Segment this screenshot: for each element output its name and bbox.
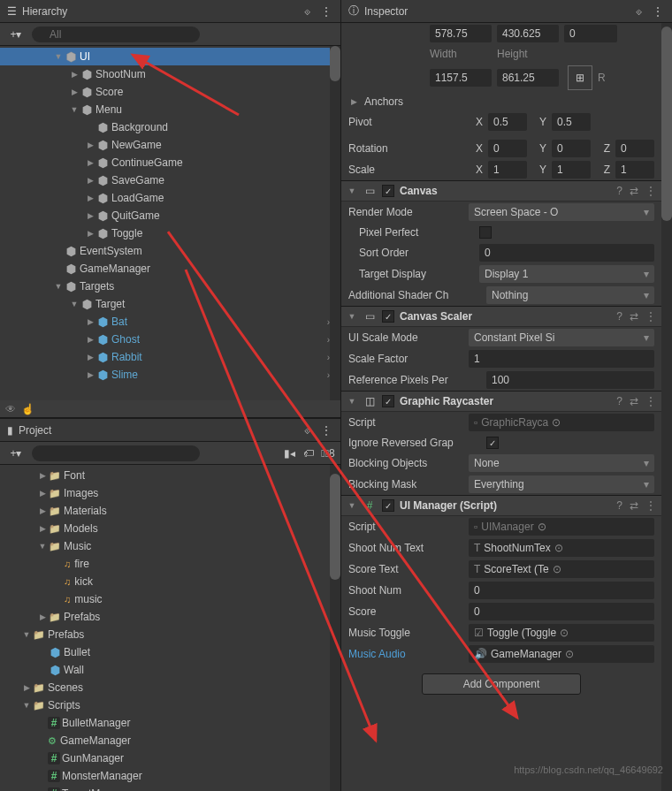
object-picker-icon[interactable] — [565, 648, 574, 660]
object-picker-icon[interactable] — [554, 542, 563, 554]
foldout-icon[interactable] — [347, 312, 357, 321]
menu-icon[interactable]: ⋮ — [645, 185, 656, 197]
target-display-dropdown[interactable]: Display 1 — [479, 265, 654, 283]
shootnum-text-field[interactable]: TShootNumTex — [469, 539, 654, 557]
menu-icon[interactable]: ⋮ — [645, 395, 656, 407]
enable-checkbox[interactable] — [382, 310, 394, 323]
graphic-raycaster-header[interactable]: ◫ Graphic Raycaster ?⇄⋮ — [341, 391, 661, 412]
node-bullet[interactable]: Bullet — [0, 643, 340, 661]
scrollbar[interactable] — [330, 46, 340, 400]
node-models[interactable]: Models — [0, 520, 340, 537]
score-text-field[interactable]: TScoreText (Te — [469, 560, 654, 578]
node-bat[interactable]: Bat› — [0, 313, 340, 331]
enable-checkbox[interactable] — [382, 395, 394, 407]
help-icon[interactable]: ? — [616, 499, 622, 512]
scale-z-field[interactable] — [615, 161, 654, 179]
width-field[interactable] — [430, 69, 492, 87]
scrollbar[interactable] — [330, 465, 340, 791]
object-picker-icon[interactable] — [560, 627, 569, 639]
canvas-component-header[interactable]: ▭ Canvas ?⇄⋮ — [341, 180, 661, 202]
add-button[interactable]: +▾ — [5, 445, 27, 462]
blocking-objects-dropdown[interactable]: None — [469, 454, 654, 472]
scrollbar[interactable] — [661, 23, 672, 791]
project-search[interactable] — [32, 445, 200, 461]
anchor-preset-icon[interactable]: ⊞ — [568, 65, 592, 90]
node-monstermanager[interactable]: MonsterManager — [0, 767, 340, 785]
node-prefabs[interactable]: Prefabs — [0, 626, 340, 643]
pos-z-field[interactable] — [564, 25, 617, 42]
pos-y-field[interactable] — [497, 25, 559, 42]
foldout-icon[interactable] — [347, 186, 357, 195]
sort-order-field[interactable] — [479, 244, 654, 262]
node-targets[interactable]: Targets — [0, 278, 340, 295]
preset-icon[interactable]: ⇄ — [630, 499, 638, 512]
eye-icon[interactable]: 👁 — [5, 403, 16, 415]
menu-icon[interactable]: ⋮ — [645, 310, 656, 323]
tag-icon[interactable]: 🏷 — [302, 446, 316, 460]
blocking-mask-dropdown[interactable]: Everything — [469, 475, 654, 493]
rot-y-field[interactable] — [552, 140, 591, 157]
node-score[interactable]: Score — [0, 83, 340, 101]
pivot-x-field[interactable] — [488, 113, 527, 131]
layers-icon[interactable]: 👁̸8 — [321, 446, 335, 460]
node-gamemanager[interactable]: GameManager — [0, 260, 340, 278]
ui-scale-mode-dropdown[interactable]: Constant Pixel Si — [469, 329, 654, 346]
node-scenes[interactable]: Scenes — [0, 679, 340, 696]
addl-shader-dropdown[interactable]: Nothing — [486, 286, 654, 304]
music-toggle-field[interactable]: ☑Toggle (Toggle — [469, 624, 654, 642]
node-continuegame[interactable]: ContinueGame — [0, 154, 340, 171]
node-kick[interactable]: kick — [0, 573, 340, 590]
hierarchy-search[interactable] — [32, 27, 200, 42]
foldout-icon[interactable] — [347, 501, 357, 510]
blueprint-icon[interactable]: R — [598, 72, 606, 84]
node-ui[interactable]: UI — [0, 48, 340, 65]
project-tree[interactable]: Font Images Materials Models Music fire … — [0, 465, 340, 791]
node-background[interactable]: Background — [0, 118, 340, 136]
render-mode-dropdown[interactable]: Screen Space - O — [469, 203, 654, 221]
lock-icon[interactable]: ⟐ — [300, 4, 314, 19]
node-prefabs-top[interactable]: Prefabs — [0, 608, 340, 626]
score-field[interactable] — [469, 603, 654, 620]
node-music[interactable]: Music — [0, 537, 340, 555]
node-materials[interactable]: Materials — [0, 502, 340, 520]
finger-icon[interactable]: ☝ — [21, 403, 34, 415]
lock-icon[interactable]: ⟐ — [300, 423, 314, 437]
scale-y-field[interactable] — [552, 161, 591, 179]
help-icon[interactable]: ? — [616, 310, 622, 323]
ignore-reversed-checkbox[interactable] — [486, 437, 499, 449]
node-wall[interactable]: Wall — [0, 661, 340, 679]
rot-z-field[interactable] — [615, 140, 654, 157]
node-ghost[interactable]: Ghost› — [0, 331, 340, 348]
ui-manager-header[interactable]: # UI Manager (Script) ?⇄⋮ — [341, 495, 661, 516]
node-gamemanager-script[interactable]: GameManager — [0, 732, 340, 749]
inspector-body[interactable]: Width Height ⊞ R Anchors Pivot X Y Rotat… — [341, 23, 672, 791]
node-menu[interactable]: Menu — [0, 101, 340, 118]
node-images[interactable]: Images — [0, 484, 340, 502]
menu-icon[interactable]: ⋮ — [319, 423, 333, 437]
scrollbar-thumb[interactable] — [330, 46, 340, 81]
node-quitgame[interactable]: QuitGame — [0, 207, 340, 224]
rot-x-field[interactable] — [488, 140, 527, 157]
node-music-file[interactable]: music — [0, 590, 340, 608]
help-icon[interactable]: ? — [616, 395, 622, 407]
node-toggle[interactable]: Toggle — [0, 224, 340, 242]
menu-icon[interactable]: ⋮ — [645, 499, 656, 512]
height-field[interactable] — [497, 69, 559, 87]
foldout-icon[interactable] — [347, 397, 357, 406]
pos-x-field[interactable] — [430, 25, 492, 42]
node-shootnum[interactable]: ShootNum — [0, 65, 340, 83]
foldout-icon[interactable] — [348, 97, 359, 106]
node-loadgame[interactable]: LoadGame — [0, 189, 340, 207]
node-rabbit[interactable]: Rabbit› — [0, 348, 340, 366]
preset-icon[interactable]: ⇄ — [630, 395, 638, 407]
help-icon[interactable]: ? — [616, 185, 622, 197]
scale-x-field[interactable] — [488, 161, 527, 179]
scrollbar-thumb[interactable] — [330, 474, 340, 580]
menu-icon[interactable]: ⋮ — [651, 4, 665, 19]
node-eventsystem[interactable]: EventSystem — [0, 242, 340, 260]
enable-checkbox[interactable] — [382, 499, 394, 512]
pixel-perfect-checkbox[interactable] — [479, 226, 492, 239]
node-slime[interactable]: Slime› — [0, 366, 340, 384]
lock-icon[interactable]: ⟐ — [631, 4, 645, 19]
scale-factor-field[interactable] — [469, 350, 654, 368]
